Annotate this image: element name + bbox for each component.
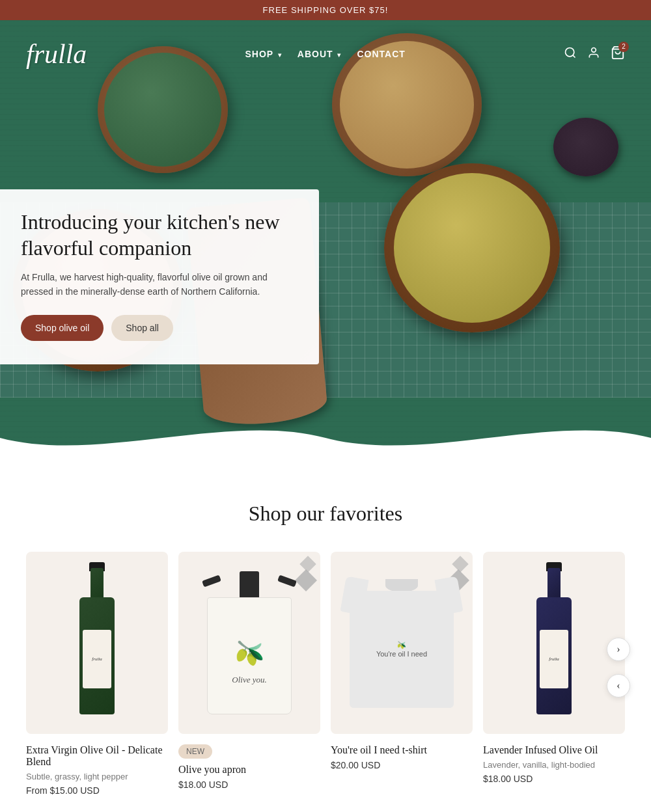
tshirt-collar	[385, 579, 418, 592]
bottle-visual-4: frulla	[531, 571, 577, 714]
nav-icons: 2	[564, 46, 625, 63]
product-price-4: $18.00 USD	[483, 774, 625, 784]
product-price-2: $18.00 USD	[178, 779, 320, 790]
product-badge-2: NEW	[178, 744, 212, 759]
bottle-neck-4	[547, 568, 561, 601]
product-desc-4: Lavender, vanilla, light-bodied	[483, 760, 625, 770]
product-name-2: Olive you apron	[178, 764, 320, 776]
products-carousel: frulla Extra Virgin Olive Oil - Delicate…	[26, 552, 625, 796]
hero-section: frulla SHOP ▾ ABOUT ▾ CONTACT	[0, 20, 651, 463]
nav-about-link[interactable]: ABOUT ▾	[298, 49, 342, 59]
product-image-3: 🫒You're oil I need	[331, 552, 473, 734]
product-desc-1: Subtle, grassy, light pepper	[26, 772, 168, 781]
product-name-1: Extra Virgin Olive Oil - Delicate Blend	[26, 744, 168, 768]
product-card-2[interactable]: 🫒 Olive you. NEW Olive you apron $18.00 …	[178, 552, 320, 796]
shop-all-button[interactable]: Shop all	[111, 315, 173, 341]
olive-illustration: 🫒	[235, 640, 264, 667]
cart-wrapper: 2	[611, 46, 625, 63]
apron-body: 🫒 Olive you.	[207, 597, 292, 714]
apron-strap-right	[277, 575, 297, 588]
main-navigation: frulla SHOP ▾ ABOUT ▾ CONTACT	[0, 38, 651, 70]
cart-badge: 2	[618, 42, 629, 52]
logo[interactable]: frulla	[26, 38, 87, 70]
product-name-3: You're oil I need t-shirt	[331, 744, 473, 756]
food-bowl-3	[384, 163, 560, 332]
shop-favorites-section: Shop our favorites frulla Extra Virgin O…	[0, 463, 651, 812]
about-dropdown-arrow: ▾	[337, 51, 341, 59]
product-image-4: frulla	[483, 552, 625, 734]
product-price-3: $20.00 USD	[331, 760, 473, 770]
hero-card: Introducing your kitchen's new flavorful…	[0, 189, 319, 364]
svg-point-0	[565, 47, 574, 56]
bottle-body-4: frulla	[536, 597, 572, 714]
carousel-next-arrow[interactable]: ›	[607, 638, 630, 661]
hero-buttons: Shop olive oil Shop all	[21, 315, 298, 341]
product-price-1: From $15.00 USD	[26, 785, 168, 796]
shop-favorites-title: Shop our favorites	[26, 502, 625, 526]
carousel-prev-arrow[interactable]: ‹	[607, 674, 630, 697]
nav-contact-link[interactable]: CONTACT	[357, 49, 405, 59]
promo-text: FREE SHIPPING OVER $75!	[263, 5, 389, 15]
diamond-small	[299, 556, 316, 572]
tshirt-body: 🫒You're oil I need	[350, 591, 454, 708]
hero-description: At Frulla, we harvest high-quality, flav…	[21, 270, 298, 299]
shop-dropdown-arrow: ▾	[278, 51, 282, 59]
tshirt-design: 🫒You're oil I need	[376, 640, 427, 659]
diamond-small-3	[452, 556, 468, 572]
nav-shop-link[interactable]: SHOP ▾	[245, 49, 281, 59]
bottle-visual-1: frulla	[74, 571, 120, 714]
nav-links: SHOP ▾ ABOUT ▾ CONTACT	[245, 49, 405, 59]
promo-banner: FREE SHIPPING OVER $75!	[0, 0, 651, 20]
bottle-body: frulla	[79, 597, 115, 714]
apron-text: Olive you.	[232, 675, 266, 685]
product-card-3[interactable]: 🫒You're oil I need You're oil I need t-s…	[331, 552, 473, 796]
apron-visual: 🫒 Olive you.	[197, 571, 301, 714]
product-card-4[interactable]: frulla Lavender Infused Olive Oil Lavend…	[483, 552, 625, 796]
bottle-neck	[90, 568, 104, 601]
product-card-1[interactable]: frulla Extra Virgin Olive Oil - Delicate…	[26, 552, 168, 796]
product-name-4: Lavender Infused Olive Oil	[483, 744, 625, 756]
bottle-label-4: frulla	[540, 630, 568, 688]
shop-olive-oil-button[interactable]: Shop olive oil	[21, 315, 104, 341]
product-image-1: frulla	[26, 552, 168, 734]
account-icon[interactable]	[587, 46, 600, 62]
search-icon[interactable]	[564, 46, 577, 62]
svg-point-1	[592, 47, 596, 52]
tshirt-visual: 🫒You're oil I need	[343, 578, 460, 708]
hero-heading: Introducing your kitchen's new flavorful…	[21, 209, 298, 261]
small-bowl	[553, 118, 618, 176]
apron-strap-left	[202, 575, 221, 588]
hero-wave	[0, 412, 651, 463]
bottle-label: frulla	[83, 630, 111, 688]
products-grid: frulla Extra Virgin Olive Oil - Delicate…	[26, 552, 625, 796]
product-image-2: 🫒 Olive you.	[178, 552, 320, 734]
